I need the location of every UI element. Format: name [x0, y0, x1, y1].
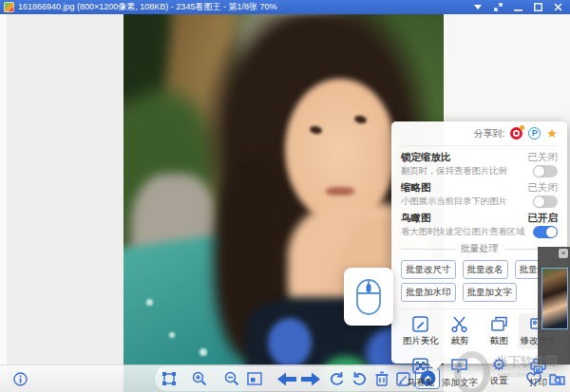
screenshot-icon	[490, 315, 508, 333]
svg-text:A: A	[457, 361, 463, 369]
birdview-navigator[interactable]: ×	[538, 247, 570, 364]
fit-screen-icon[interactable]	[159, 368, 180, 389]
close-button[interactable]	[552, 2, 563, 12]
weibo-icon[interactable]	[510, 127, 522, 140]
rotate-left-icon[interactable]	[326, 368, 347, 389]
settings-icon: ⚙	[492, 357, 506, 373]
menu-dropdown-button[interactable]	[472, 2, 484, 12]
share-label: 分享到:	[474, 127, 505, 140]
tool-screenshot[interactable]: 截图	[480, 313, 519, 349]
tool-crop[interactable]: 裁剪	[440, 313, 479, 349]
birdview-toggle[interactable]	[533, 226, 558, 238]
setting-status: 已关闭	[528, 181, 559, 195]
batch-addtext-button[interactable]: 批量加文字	[463, 283, 518, 302]
canvas-margin-left	[0, 14, 124, 392]
next-image-icon[interactable]	[300, 368, 321, 389]
zoom-in-icon[interactable]	[189, 368, 210, 389]
mouse-hint-tooltip	[344, 268, 393, 326]
batch-section-header: 批量处理	[401, 241, 558, 256]
rotate-right-icon[interactable]	[349, 368, 370, 389]
tool-add-text[interactable]: A 添加文字	[440, 355, 479, 391]
setting-title-lock-zoom: 锁定缩放比	[401, 151, 451, 164]
star-icon[interactable]: ★	[546, 127, 558, 140]
panel-tail	[428, 363, 443, 370]
minimize-button[interactable]	[512, 2, 523, 12]
pengyou-icon[interactable]: P	[528, 127, 541, 140]
batch-resize-button[interactable]: 批量改尺寸	[401, 260, 456, 279]
fullscreen-button[interactable]	[492, 2, 504, 12]
thumbnail-toggle[interactable]	[533, 196, 558, 208]
app-icon	[4, 2, 14, 12]
setting-title-thumbnail: 缩略图	[401, 181, 431, 195]
info-icon[interactable]	[10, 368, 30, 389]
navigator-close-icon[interactable]: ×	[559, 249, 568, 258]
setting-desc: 翻页时，保持查看图片比例	[401, 165, 507, 177]
mouse-icon	[355, 278, 382, 316]
title-bar: 161866940.jpg (800×1200像素, 108KB) - 2345…	[0, 0, 570, 14]
delete-icon[interactable]	[371, 368, 392, 389]
previous-image-icon[interactable]	[276, 368, 297, 389]
batch-rename-button[interactable]: 批量改名	[463, 260, 508, 279]
crop-icon	[450, 315, 468, 333]
zoom-out-icon[interactable]	[221, 368, 242, 389]
tool-beautify[interactable]: 图片美化	[401, 313, 440, 349]
tool-mosaic[interactable]: 马赛克	[401, 355, 440, 391]
window-title: 161866940.jpg (800×1200像素, 108KB) - 2345…	[18, 1, 472, 13]
maximize-button[interactable]	[532, 2, 543, 12]
setting-title-birdview: 鸟瞰图	[401, 212, 431, 225]
actual-size-icon[interactable]	[244, 368, 265, 389]
setting-desc: 看大图时快速定位图片查看区域	[401, 226, 524, 238]
beautify-icon	[411, 315, 429, 333]
setting-desc: 小图展示当前目录下的图片	[401, 196, 507, 208]
batch-watermark-button[interactable]: 批量加水印	[401, 283, 456, 302]
setting-status: 已开启	[528, 212, 559, 225]
lock-zoom-toggle[interactable]	[533, 165, 558, 177]
setting-status: 已关闭	[528, 151, 559, 164]
add-text-icon: A	[450, 357, 468, 375]
navigator-thumbnail[interactable]	[542, 268, 568, 329]
share-row: 分享到: P ★	[401, 121, 558, 146]
tool-settings[interactable]: ⚙ 设置	[480, 355, 519, 391]
